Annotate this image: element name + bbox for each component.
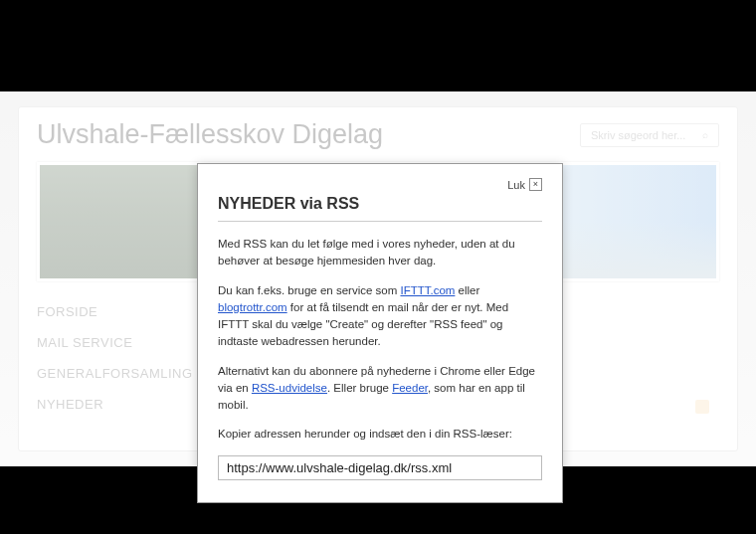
link-feeder[interactable]: Feeder <box>392 382 428 394</box>
modal-p2: Du kan f.eks. bruge en service som IFTTT… <box>218 282 542 351</box>
modal-copy-label: Kopier adressen herunder og indsæt den i… <box>218 426 542 443</box>
modal-p1: Med RSS kan du let følge med i vores nyh… <box>218 236 542 270</box>
close-label: Luk <box>507 179 525 191</box>
letterbox-top <box>0 0 756 91</box>
modal-title: NYHEDER via RSS <box>218 195 542 222</box>
link-ifttt[interactable]: IFTTT.com <box>400 284 455 296</box>
close-button[interactable]: × <box>529 178 542 191</box>
modal-p3: Alternativt kan du abonnere på nyhederne… <box>218 363 542 415</box>
rss-modal: Luk × NYHEDER via RSS Med RSS kan du let… <box>197 163 563 503</box>
close-icon: × <box>533 180 538 189</box>
modal-body: Med RSS kan du let følge med i vores nyh… <box>218 236 542 480</box>
link-rss-ext[interactable]: RSS-udvidelse <box>252 382 327 394</box>
rss-url-input[interactable] <box>218 455 542 480</box>
modal-close-row: Luk × <box>218 178 542 191</box>
link-blogtrottr[interactable]: blogtrottr.com <box>218 301 287 313</box>
